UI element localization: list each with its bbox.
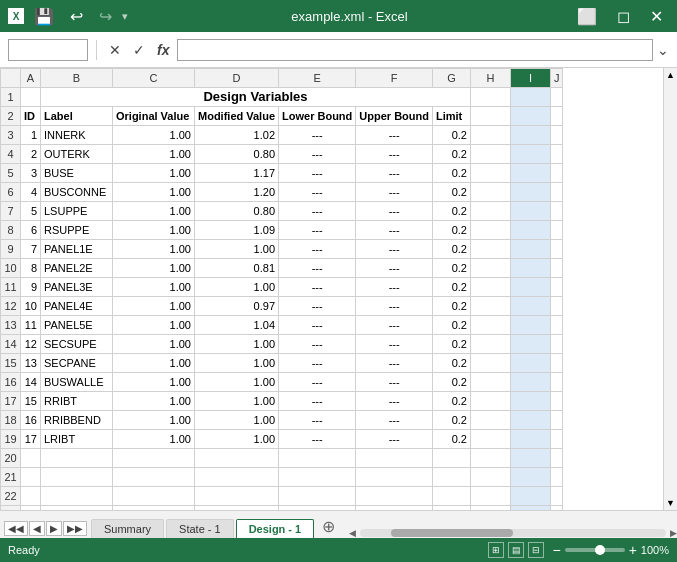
col-header-j[interactable]: J — [550, 69, 563, 88]
cell-i[interactable] — [510, 354, 550, 373]
cell-h[interactable] — [470, 354, 510, 373]
cell-id[interactable]: 2 — [21, 145, 41, 164]
cell-lower[interactable]: --- — [279, 373, 356, 392]
cell-lower[interactable]: --- — [279, 164, 356, 183]
cell-id[interactable]: 5 — [21, 202, 41, 221]
quick-access-more[interactable]: ▾ — [122, 10, 128, 23]
cell-lower[interactable]: --- — [279, 202, 356, 221]
cell-mod[interactable]: 0.81 — [195, 259, 279, 278]
cell-limit[interactable]: 0.2 — [432, 297, 470, 316]
cell-j[interactable] — [550, 221, 563, 240]
cell-label[interactable]: PANEL4E — [41, 297, 113, 316]
cell-label[interactable]: BUSWALLE — [41, 373, 113, 392]
undo-button[interactable]: ↩ — [64, 5, 89, 28]
col-header-f[interactable]: F — [356, 69, 433, 88]
cell-label[interactable]: PANEL2E — [41, 259, 113, 278]
cell-label[interactable]: BUSCONNE — [41, 183, 113, 202]
name-box[interactable] — [8, 39, 88, 61]
cell-lower[interactable]: --- — [279, 316, 356, 335]
maximize-button[interactable]: ◻ — [611, 5, 636, 28]
cell-id[interactable]: 17 — [21, 430, 41, 449]
cell-h[interactable] — [470, 183, 510, 202]
cell-mod[interactable]: 1.17 — [195, 164, 279, 183]
page-layout-button[interactable]: ▤ — [508, 542, 524, 558]
cell-id[interactable]: 14 — [21, 373, 41, 392]
col-header-c[interactable]: C — [113, 69, 195, 88]
cell-limit[interactable]: 0.2 — [432, 316, 470, 335]
cell-label[interactable]: SECSUPE — [41, 335, 113, 354]
col-header-b[interactable]: B — [41, 69, 113, 88]
cell-orig[interactable]: 1.00 — [113, 411, 195, 430]
cell-title[interactable]: Design Variables — [41, 88, 471, 107]
tab-first-button[interactable]: ◀◀ — [4, 521, 28, 536]
cell-mod[interactable]: 1.00 — [195, 373, 279, 392]
cell-label[interactable]: PANEL5E — [41, 316, 113, 335]
cell-i[interactable] — [510, 335, 550, 354]
cell-h[interactable] — [470, 297, 510, 316]
cell-j[interactable] — [550, 411, 563, 430]
cell-j2[interactable] — [550, 107, 563, 126]
cell-id[interactable]: 13 — [21, 354, 41, 373]
cell-i[interactable] — [510, 392, 550, 411]
cell-h[interactable] — [470, 411, 510, 430]
cell-j[interactable] — [550, 316, 563, 335]
cell-label[interactable]: BUSE — [41, 164, 113, 183]
cell-id[interactable]: 12 — [21, 335, 41, 354]
cell-id[interactable]: 3 — [21, 164, 41, 183]
cell-limit[interactable]: 0.2 — [432, 145, 470, 164]
cell-lower[interactable]: --- — [279, 126, 356, 145]
cell-id[interactable]: 6 — [21, 221, 41, 240]
cell-id[interactable]: 1 — [21, 126, 41, 145]
cell-limit[interactable]: 0.2 — [432, 202, 470, 221]
cell-label[interactable]: RSUPPE — [41, 221, 113, 240]
cell-d2[interactable]: Modified Value — [195, 107, 279, 126]
cell-upper[interactable]: --- — [356, 240, 433, 259]
col-header-i[interactable]: I — [510, 69, 550, 88]
cell-label[interactable]: INNERK — [41, 126, 113, 145]
cell-lower[interactable]: --- — [279, 259, 356, 278]
cell-lower[interactable]: --- — [279, 221, 356, 240]
cell-i[interactable] — [510, 278, 550, 297]
cell-j[interactable] — [550, 278, 563, 297]
cell-orig[interactable]: 1.00 — [113, 259, 195, 278]
cell-lower[interactable]: --- — [279, 392, 356, 411]
cell-orig[interactable]: 1.00 — [113, 297, 195, 316]
cell-j[interactable] — [550, 392, 563, 411]
cell-lower[interactable]: --- — [279, 354, 356, 373]
cell-i[interactable] — [510, 259, 550, 278]
cell-orig[interactable]: 1.00 — [113, 202, 195, 221]
cell-i[interactable] — [510, 221, 550, 240]
cell-id[interactable]: 15 — [21, 392, 41, 411]
cell-j[interactable] — [550, 297, 563, 316]
cell-mod[interactable]: 1.00 — [195, 411, 279, 430]
cell-label[interactable]: RRIBT — [41, 392, 113, 411]
cell-h[interactable] — [470, 126, 510, 145]
cell-id[interactable]: 16 — [21, 411, 41, 430]
cell-limit[interactable]: 0.2 — [432, 392, 470, 411]
cell-upper[interactable]: --- — [356, 335, 433, 354]
cell-upper[interactable]: --- — [356, 297, 433, 316]
cell-h[interactable] — [470, 373, 510, 392]
page-break-button[interactable]: ⊟ — [528, 542, 544, 558]
cell-h[interactable] — [470, 430, 510, 449]
cell-id[interactable]: 9 — [21, 278, 41, 297]
cell-mod[interactable]: 1.20 — [195, 183, 279, 202]
cell-limit[interactable]: 0.2 — [432, 278, 470, 297]
confirm-icon[interactable]: ✓ — [129, 40, 149, 60]
cell-mod[interactable]: 1.00 — [195, 335, 279, 354]
cell-h[interactable] — [470, 316, 510, 335]
cell-h[interactable] — [470, 335, 510, 354]
cell-limit[interactable]: 0.2 — [432, 373, 470, 392]
zoom-out-button[interactable]: − — [552, 542, 560, 558]
cell-f2[interactable]: Upper Bound — [356, 107, 433, 126]
add-sheet-button[interactable]: ⊕ — [316, 517, 341, 536]
cell-limit[interactable]: 0.2 — [432, 335, 470, 354]
cell-orig[interactable]: 1.00 — [113, 430, 195, 449]
cell-upper[interactable]: --- — [356, 164, 433, 183]
formula-bar[interactable] — [177, 39, 653, 61]
cell-i[interactable] — [510, 240, 550, 259]
cell-h[interactable] — [470, 164, 510, 183]
cell-mod[interactable]: 1.00 — [195, 430, 279, 449]
minimize-button[interactable]: ⬜ — [571, 5, 603, 28]
cell-limit[interactable]: 0.2 — [432, 164, 470, 183]
